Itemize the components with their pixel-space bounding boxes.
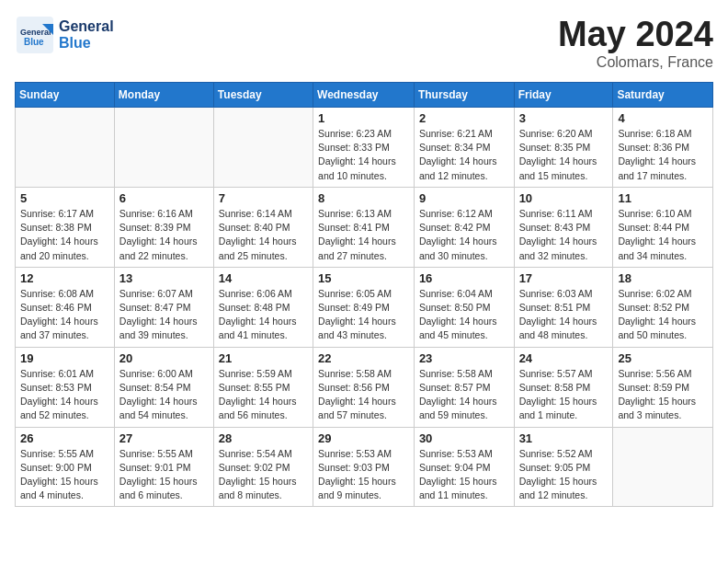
weekday-header-saturday: Saturday bbox=[613, 83, 713, 108]
month-title: May 2024 bbox=[558, 15, 713, 54]
day-number: 20 bbox=[119, 351, 209, 365]
day-info: Sunrise: 6:20 AM Sunset: 8:35 PM Dayligh… bbox=[519, 127, 609, 183]
calendar-cell: 28Sunrise: 5:54 AM Sunset: 9:02 PM Dayli… bbox=[213, 427, 313, 507]
day-info: Sunrise: 6:07 AM Sunset: 8:47 PM Dayligh… bbox=[119, 287, 209, 343]
calendar-cell: 17Sunrise: 6:03 AM Sunset: 8:51 PM Dayli… bbox=[514, 267, 613, 347]
calendar-cell: 27Sunrise: 5:55 AM Sunset: 9:01 PM Dayli… bbox=[114, 427, 213, 507]
day-number: 26 bbox=[20, 431, 109, 445]
calendar-cell: 21Sunrise: 5:59 AM Sunset: 8:55 PM Dayli… bbox=[213, 347, 313, 427]
week-row-2: 5Sunrise: 6:17 AM Sunset: 8:38 PM Daylig… bbox=[16, 187, 713, 267]
day-number: 3 bbox=[519, 111, 609, 125]
day-number: 2 bbox=[419, 111, 509, 125]
calendar-cell: 25Sunrise: 5:56 AM Sunset: 8:59 PM Dayli… bbox=[613, 347, 713, 427]
day-number: 11 bbox=[618, 191, 708, 205]
calendar-cell: 4Sunrise: 6:18 AM Sunset: 8:36 PM Daylig… bbox=[613, 108, 713, 188]
day-info: Sunrise: 6:06 AM Sunset: 8:48 PM Dayligh… bbox=[219, 287, 308, 343]
day-info: Sunrise: 6:08 AM Sunset: 8:46 PM Dayligh… bbox=[20, 287, 109, 343]
day-number: 7 bbox=[219, 191, 308, 205]
calendar-cell: 9Sunrise: 6:12 AM Sunset: 8:42 PM Daylig… bbox=[414, 187, 514, 267]
calendar-cell: 23Sunrise: 5:58 AM Sunset: 8:57 PM Dayli… bbox=[414, 347, 514, 427]
calendar-cell: 5Sunrise: 6:17 AM Sunset: 8:38 PM Daylig… bbox=[16, 187, 115, 267]
calendar-cell: 22Sunrise: 5:58 AM Sunset: 8:56 PM Dayli… bbox=[313, 347, 415, 427]
calendar-cell bbox=[114, 108, 213, 188]
day-info: Sunrise: 6:11 AM Sunset: 8:43 PM Dayligh… bbox=[519, 207, 609, 263]
day-number: 24 bbox=[519, 351, 609, 365]
day-info: Sunrise: 5:53 AM Sunset: 9:03 PM Dayligh… bbox=[318, 447, 409, 503]
week-row-5: 26Sunrise: 5:55 AM Sunset: 9:00 PM Dayli… bbox=[16, 427, 713, 507]
day-info: Sunrise: 5:54 AM Sunset: 9:02 PM Dayligh… bbox=[219, 447, 308, 503]
day-number: 23 bbox=[419, 351, 509, 365]
day-info: Sunrise: 6:00 AM Sunset: 8:54 PM Dayligh… bbox=[119, 367, 209, 423]
day-info: Sunrise: 5:58 AM Sunset: 8:57 PM Dayligh… bbox=[419, 367, 509, 423]
day-info: Sunrise: 6:10 AM Sunset: 8:44 PM Dayligh… bbox=[618, 207, 708, 263]
weekday-header-monday: Monday bbox=[114, 83, 213, 108]
calendar-cell: 7Sunrise: 6:14 AM Sunset: 8:40 PM Daylig… bbox=[213, 187, 313, 267]
calendar-cell: 15Sunrise: 6:05 AM Sunset: 8:49 PM Dayli… bbox=[313, 267, 415, 347]
day-number: 16 bbox=[419, 271, 509, 285]
day-number: 13 bbox=[119, 271, 209, 285]
day-number: 1 bbox=[318, 111, 409, 125]
calendar-cell bbox=[613, 427, 713, 507]
day-number: 12 bbox=[20, 271, 109, 285]
week-row-3: 12Sunrise: 6:08 AM Sunset: 8:46 PM Dayli… bbox=[16, 267, 713, 347]
day-info: Sunrise: 6:05 AM Sunset: 8:49 PM Dayligh… bbox=[318, 287, 409, 343]
calendar-cell: 26Sunrise: 5:55 AM Sunset: 9:00 PM Dayli… bbox=[16, 427, 115, 507]
day-number: 14 bbox=[219, 271, 308, 285]
day-info: Sunrise: 6:03 AM Sunset: 8:51 PM Dayligh… bbox=[519, 287, 609, 343]
calendar-cell: 2Sunrise: 6:21 AM Sunset: 8:34 PM Daylig… bbox=[414, 108, 514, 188]
day-info: Sunrise: 6:13 AM Sunset: 8:41 PM Dayligh… bbox=[318, 207, 409, 263]
logo-blue-text: Blue bbox=[59, 35, 114, 52]
day-number: 15 bbox=[318, 271, 409, 285]
day-number: 10 bbox=[519, 191, 609, 205]
day-number: 21 bbox=[219, 351, 308, 365]
header: General Blue General Blue May 2024 Colom… bbox=[15, 15, 713, 71]
calendar-cell: 30Sunrise: 5:53 AM Sunset: 9:04 PM Dayli… bbox=[414, 427, 514, 507]
day-number: 5 bbox=[20, 191, 109, 205]
week-row-1: 1Sunrise: 6:23 AM Sunset: 8:33 PM Daylig… bbox=[16, 108, 713, 188]
calendar-cell: 19Sunrise: 6:01 AM Sunset: 8:53 PM Dayli… bbox=[16, 347, 115, 427]
calendar-cell: 20Sunrise: 6:00 AM Sunset: 8:54 PM Dayli… bbox=[114, 347, 213, 427]
day-number: 6 bbox=[119, 191, 209, 205]
day-info: Sunrise: 6:01 AM Sunset: 8:53 PM Dayligh… bbox=[20, 367, 109, 423]
weekday-header-friday: Friday bbox=[514, 83, 613, 108]
day-info: Sunrise: 6:04 AM Sunset: 8:50 PM Dayligh… bbox=[419, 287, 509, 343]
weekday-header-thursday: Thursday bbox=[414, 83, 514, 108]
day-info: Sunrise: 6:12 AM Sunset: 8:42 PM Dayligh… bbox=[419, 207, 509, 263]
weekday-header-wednesday: Wednesday bbox=[313, 83, 415, 108]
day-info: Sunrise: 6:14 AM Sunset: 8:40 PM Dayligh… bbox=[219, 207, 308, 263]
day-info: Sunrise: 5:57 AM Sunset: 8:58 PM Dayligh… bbox=[519, 367, 609, 423]
title-area: May 2024 Colomars, France bbox=[558, 15, 713, 71]
day-info: Sunrise: 6:18 AM Sunset: 8:36 PM Dayligh… bbox=[618, 127, 708, 183]
logo-icon: General Blue bbox=[15, 15, 55, 55]
weekday-header-row: SundayMondayTuesdayWednesdayThursdayFrid… bbox=[16, 83, 713, 108]
day-number: 4 bbox=[618, 111, 708, 125]
day-number: 28 bbox=[219, 431, 308, 445]
location-title: Colomars, France bbox=[558, 54, 713, 71]
calendar-cell bbox=[213, 108, 313, 188]
day-number: 19 bbox=[20, 351, 109, 365]
calendar-cell: 13Sunrise: 6:07 AM Sunset: 8:47 PM Dayli… bbox=[114, 267, 213, 347]
calendar-cell: 3Sunrise: 6:20 AM Sunset: 8:35 PM Daylig… bbox=[514, 108, 613, 188]
day-info: Sunrise: 6:17 AM Sunset: 8:38 PM Dayligh… bbox=[20, 207, 109, 263]
day-info: Sunrise: 5:59 AM Sunset: 8:55 PM Dayligh… bbox=[219, 367, 308, 423]
calendar-cell bbox=[16, 108, 115, 188]
calendar-cell: 8Sunrise: 6:13 AM Sunset: 8:41 PM Daylig… bbox=[313, 187, 415, 267]
calendar-cell: 1Sunrise: 6:23 AM Sunset: 8:33 PM Daylig… bbox=[313, 108, 415, 188]
svg-text:Blue: Blue bbox=[24, 37, 44, 47]
calendar-cell: 16Sunrise: 6:04 AM Sunset: 8:50 PM Dayli… bbox=[414, 267, 514, 347]
calendar-cell: 29Sunrise: 5:53 AM Sunset: 9:03 PM Dayli… bbox=[313, 427, 415, 507]
day-number: 17 bbox=[519, 271, 609, 285]
calendar-cell: 11Sunrise: 6:10 AM Sunset: 8:44 PM Dayli… bbox=[613, 187, 713, 267]
svg-text:General: General bbox=[20, 28, 51, 37]
day-number: 31 bbox=[519, 431, 609, 445]
calendar-cell: 18Sunrise: 6:02 AM Sunset: 8:52 PM Dayli… bbox=[613, 267, 713, 347]
calendar-cell: 24Sunrise: 5:57 AM Sunset: 8:58 PM Dayli… bbox=[514, 347, 613, 427]
weekday-header-sunday: Sunday bbox=[16, 83, 115, 108]
day-info: Sunrise: 6:23 AM Sunset: 8:33 PM Dayligh… bbox=[318, 127, 409, 183]
day-info: Sunrise: 5:53 AM Sunset: 9:04 PM Dayligh… bbox=[419, 447, 509, 503]
day-info: Sunrise: 5:56 AM Sunset: 8:59 PM Dayligh… bbox=[618, 367, 708, 423]
day-info: Sunrise: 5:55 AM Sunset: 9:01 PM Dayligh… bbox=[119, 447, 209, 503]
day-info: Sunrise: 6:02 AM Sunset: 8:52 PM Dayligh… bbox=[618, 287, 708, 343]
calendar-table: SundayMondayTuesdayWednesdayThursdayFrid… bbox=[15, 82, 713, 507]
day-info: Sunrise: 5:55 AM Sunset: 9:00 PM Dayligh… bbox=[20, 447, 109, 503]
